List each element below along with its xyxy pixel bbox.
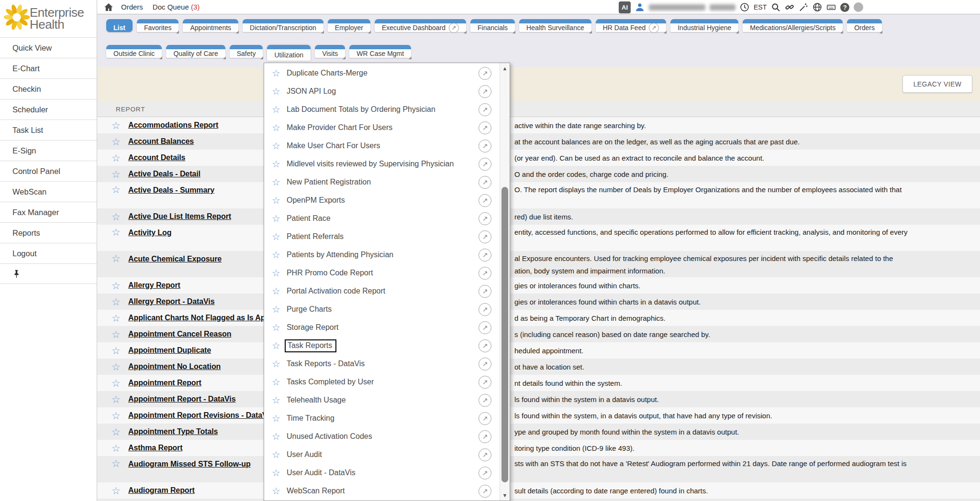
tab-executive-dashboard[interactable]: Executive Dashboard↗ [375, 19, 466, 32]
dropdown-item-midlevel-visits-reviewed-by-supervising-physician[interactable]: ☆Midlevel visits reviewed by Supervising… [264, 155, 499, 173]
favorite-star-icon[interactable]: ☆ [272, 67, 280, 79]
dropdown-item-make-provider-chart-for-users[interactable]: ☆Make Provider Chart For Users↗ [264, 119, 499, 137]
report-link-audiogram-report[interactable]: Audiogram Report [128, 486, 195, 495]
scroll-up-icon[interactable]: ▲ [500, 65, 510, 71]
open-report-arrow-icon[interactable]: ↗ [479, 249, 491, 261]
report-link-activity-log[interactable]: Activity Log [128, 229, 171, 237]
dropdown-item-portal-activation-code-report[interactable]: ☆Portal Activation code Report↗ [264, 282, 499, 300]
dropdown-item-unused-activation-codes[interactable]: ☆Unused Activation Codes↗ [264, 427, 499, 446]
report-link-appointment-type-totals[interactable]: Appointment Type Totals [128, 427, 218, 436]
favorite-star-icon[interactable]: ☆ [272, 140, 280, 152]
favorite-star-icon[interactable]: ☆ [111, 443, 121, 453]
favorite-star-icon[interactable]: ☆ [272, 376, 280, 388]
open-report-arrow-icon[interactable]: ↗ [479, 448, 491, 461]
help-icon[interactable]: ? [840, 3, 849, 12]
favorite-star-icon[interactable]: ☆ [272, 358, 280, 370]
favorite-star-icon[interactable]: ☆ [111, 486, 121, 496]
open-report-arrow-icon[interactable]: ↗ [479, 412, 491, 425]
favorite-star-icon[interactable]: ☆ [111, 378, 121, 388]
dropdown-item-openpm-exports[interactable]: ☆OpenPM Exports↗ [264, 191, 499, 209]
favorite-star-icon[interactable]: ☆ [272, 285, 280, 297]
favorite-star-icon[interactable]: ☆ [272, 195, 280, 206]
dropdown-item-make-user-chart-for-users[interactable]: ☆Make User Chart For Users↗ [264, 137, 499, 155]
home-icon[interactable] [104, 2, 113, 12]
sidebar-item-logout[interactable]: Logout [0, 243, 97, 263]
open-report-arrow-icon[interactable]: ↗ [479, 267, 491, 280]
favorite-star-icon[interactable]: ☆ [111, 362, 121, 372]
favorite-star-icon[interactable]: ☆ [111, 297, 121, 307]
scrollbar-thumb[interactable] [501, 187, 508, 482]
tab-quality-of-care[interactable]: Quality of Care [166, 45, 225, 58]
tab-dictation-transcription[interactable]: Dictation/Transcription [243, 19, 323, 32]
open-report-arrow-icon[interactable]: ↗ [479, 430, 491, 443]
favorite-star-icon[interactable]: ☆ [111, 120, 121, 131]
open-report-arrow-icon[interactable]: ↗ [479, 67, 491, 80]
favorite-star-icon[interactable]: ☆ [272, 485, 280, 497]
orders-link[interactable]: Orders [121, 3, 143, 11]
favorite-star-icon[interactable]: ☆ [272, 122, 280, 133]
tab-appointments[interactable]: Appointments [183, 19, 238, 32]
open-report-arrow-icon[interactable]: ↗ [479, 394, 491, 407]
dropdown-item-user-audit[interactable]: ☆User Audit↗ [264, 446, 499, 464]
open-report-arrow-icon[interactable]: ↗ [479, 212, 491, 225]
globe-phone-icon[interactable] [813, 2, 822, 12]
tab-favorites[interactable]: Favorites [137, 19, 179, 32]
favorite-star-icon[interactable]: ☆ [111, 253, 121, 263]
clock-icon[interactable] [740, 2, 749, 12]
favorite-star-icon[interactable]: ☆ [272, 231, 280, 242]
open-report-arrow-icon[interactable]: ↗ [479, 158, 491, 171]
favorite-star-icon[interactable]: ☆ [111, 394, 121, 404]
report-link-appointment-report-revisions-datavis[interactable]: Appointment Report Revisions - DataVis [128, 411, 274, 420]
open-report-arrow-icon[interactable]: ↗ [479, 339, 491, 352]
dropdown-item-user-audit-datavis[interactable]: ☆User Audit - DataVis↗ [264, 464, 499, 482]
favorite-star-icon[interactable]: ☆ [111, 212, 121, 222]
report-link-active-deals-detail[interactable]: Active Deals - Detail [128, 170, 200, 178]
dropdown-item-json-api-log[interactable]: ☆JSON API Log↗ [264, 82, 499, 100]
favorite-star-icon[interactable]: ☆ [272, 431, 280, 442]
open-report-arrow-icon[interactable]: ↗ [479, 485, 491, 498]
sidebar-item-reports[interactable]: Reports [0, 222, 97, 243]
tab-wr-case-mgmt[interactable]: WR Case Mgmt [349, 45, 411, 58]
report-link-active-due-list-items-report[interactable]: Active Due List Items Report [128, 212, 231, 221]
favorite-star-icon[interactable]: ☆ [272, 322, 280, 333]
favorite-star-icon[interactable]: ☆ [272, 449, 280, 460]
favorite-star-icon[interactable]: ☆ [272, 104, 280, 115]
open-report-arrow-icon[interactable]: ↗ [479, 230, 491, 243]
sidebar-pin-row[interactable] [0, 263, 97, 284]
tab-medications-allergies-scripts[interactable]: Medications/Allergies/Scripts [743, 19, 843, 32]
tab-hr-data-feed[interactable]: HR Data Feed↗ [596, 19, 666, 32]
report-link-allergy-report[interactable]: Allergy Report [128, 281, 180, 290]
scroll-down-icon[interactable]: ▼ [500, 492, 510, 498]
ai-badge[interactable]: AI [619, 1, 631, 13]
favorite-star-icon[interactable]: ☆ [111, 227, 121, 237]
report-link-acute-chemical-exposure[interactable]: Acute Chemical Exposure [128, 255, 222, 263]
report-link-appointment-report-datavis[interactable]: Appointment Report - DataVis [128, 395, 235, 403]
dropdown-scrollbar[interactable]: ▲ ▼ [500, 63, 510, 501]
report-link-accommodations-report[interactable]: Accommodations Report [128, 121, 218, 130]
open-report-arrow-icon[interactable]: ↗ [479, 194, 491, 207]
sidebar-item-scheduler[interactable]: Scheduler [0, 99, 97, 120]
user-icon[interactable] [635, 2, 645, 12]
dropdown-item-storage-report[interactable]: ☆Storage Report↗ [264, 318, 499, 337]
favorite-star-icon[interactable]: ☆ [111, 169, 121, 179]
favorite-star-icon[interactable]: ☆ [272, 394, 280, 406]
tab-visits[interactable]: Visits [315, 45, 345, 58]
favorite-star-icon[interactable]: ☆ [111, 185, 121, 195]
report-link-appointment-cancel-reason[interactable]: Appointment Cancel Reason [128, 330, 231, 338]
dropdown-item-task-reports[interactable]: ☆Task Reports↗ [264, 337, 499, 355]
open-report-arrow-icon[interactable]: ↗ [479, 285, 491, 298]
dropdown-item-time-tracking[interactable]: ☆Time Tracking↗ [264, 409, 499, 427]
report-link-account-details[interactable]: Account Details [128, 153, 185, 162]
report-link-appointment-report[interactable]: Appointment Report [128, 379, 201, 387]
sidebar-item-quick-view[interactable]: Quick View [0, 37, 97, 58]
tab-safety[interactable]: Safety [230, 45, 263, 58]
favorite-star-icon[interactable]: ☆ [272, 176, 280, 188]
dropdown-item-patient-race[interactable]: ☆Patient Race↗ [264, 209, 499, 228]
open-report-arrow-icon[interactable]: ↗ [479, 121, 491, 134]
open-report-arrow-icon[interactable]: ↗ [479, 321, 491, 334]
legacy-view-button[interactable]: LEGACY VIEW [902, 75, 972, 93]
dropdown-item-webscan-report[interactable]: ☆WebScan Report↗ [264, 482, 499, 500]
dropdown-item-tasks-completed-by-user[interactable]: ☆Tasks Completed by User↗ [264, 373, 499, 391]
doc-queue-link[interactable]: Doc Queue (3) [153, 3, 200, 11]
status-dot-icon[interactable] [854, 2, 863, 12]
